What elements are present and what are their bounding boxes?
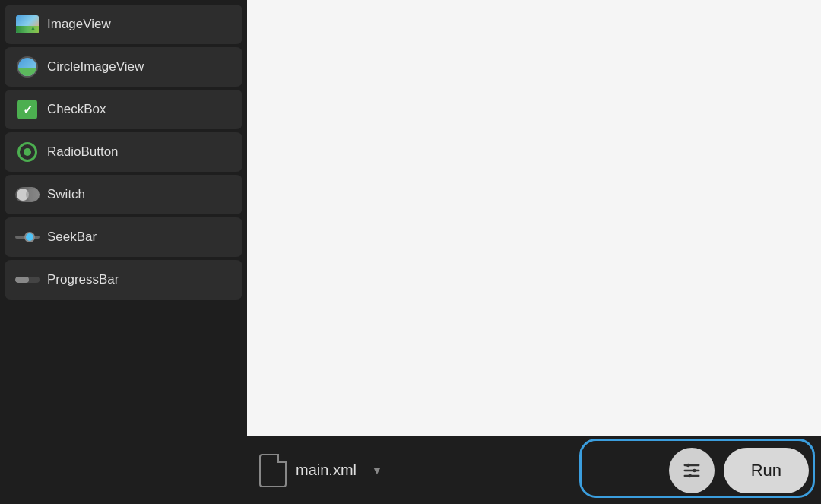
bottom-bar: main.xml ▼ Run <box>247 436 821 504</box>
sidebar-item-radiobutton[interactable]: RadioButton <box>5 132 242 172</box>
sidebar-item-switch-label: Switch <box>47 187 85 202</box>
seekbar-icon <box>15 225 40 249</box>
sidebar: ImageView CircleImageView ✓ CheckBox Rad… <box>0 0 247 504</box>
sidebar-item-checkbox-label: CheckBox <box>47 102 106 117</box>
filename-label: main.xml <box>296 461 357 479</box>
switch-icon <box>15 182 40 207</box>
bottom-bar-right: Run <box>669 448 809 493</box>
svg-point-3 <box>686 463 690 467</box>
svg-point-5 <box>688 474 692 477</box>
sidebar-item-switch[interactable]: Switch <box>5 175 242 214</box>
file-icon <box>259 454 287 487</box>
sidebar-item-progressbar[interactable]: ProgressBar <box>5 260 242 300</box>
sidebar-item-seekbar[interactable]: SeekBar <box>5 217 242 257</box>
dropdown-arrow-icon[interactable]: ▼ <box>372 464 382 477</box>
run-button[interactable]: Run <box>724 448 809 493</box>
right-panel: main.xml ▼ Run <box>247 0 821 504</box>
preview-area <box>247 0 821 436</box>
svg-point-4 <box>693 468 696 472</box>
sidebar-item-imageview-label: ImageView <box>47 17 111 32</box>
settings-button[interactable] <box>669 448 715 493</box>
main-container: ImageView CircleImageView ✓ CheckBox Rad… <box>0 0 821 504</box>
sidebar-item-progressbar-label: ProgressBar <box>47 272 119 287</box>
sidebar-item-circleimageview-label: CircleImageView <box>47 59 144 74</box>
sidebar-item-radiobutton-label: RadioButton <box>47 144 119 160</box>
sidebar-item-circleimageview[interactable]: CircleImageView <box>5 47 242 87</box>
sidebar-item-imageview[interactable]: ImageView <box>5 5 242 44</box>
settings-sliders-icon <box>681 460 702 481</box>
run-button-label: Run <box>751 461 781 480</box>
radiobutton-icon <box>15 140 40 164</box>
progressbar-icon <box>15 268 40 292</box>
sidebar-item-checkbox[interactable]: ✓ CheckBox <box>5 90 242 129</box>
sidebar-item-seekbar-label: SeekBar <box>47 230 97 245</box>
imageview-icon <box>15 12 40 36</box>
checkbox-icon: ✓ <box>15 97 40 122</box>
bottom-bar-left: main.xml ▼ <box>259 454 660 487</box>
circleimageview-icon <box>15 55 40 79</box>
